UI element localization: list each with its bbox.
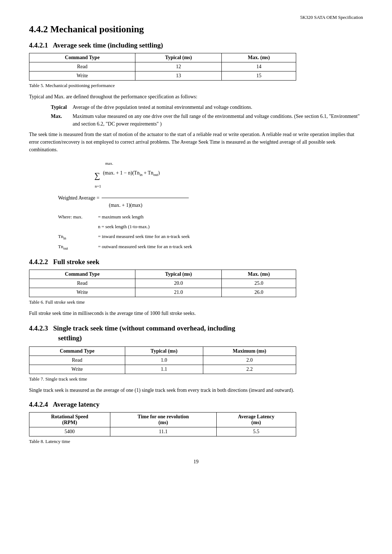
table5-caption: Table 5. Mechanical positioning performa… — [29, 83, 363, 89]
cell-write-max: 26.0 — [222, 288, 296, 297]
where-tnout-desc: = outward measured seek time for an n-tr… — [98, 242, 363, 251]
subsection-4422-title: 4.4.2.2 Full stroke seek — [29, 258, 363, 266]
col-header-typical-ms: Typical (ms) — [135, 53, 222, 62]
subsection-4423-label-cont: settling) — [58, 334, 82, 342]
weighted-avg-label: Weighted Average = — [58, 195, 99, 201]
cell-rpm: 5400 — [29, 427, 110, 436]
col-header-max: Max. (ms) — [222, 270, 296, 279]
table-avg-seek: Command Type Typical (ms) Max. (ms) Read… — [29, 53, 296, 81]
where-tnout-row: Tnout = outward measured seek time for a… — [58, 242, 363, 252]
subsection-4421-label: Average seek time (including settling) — [53, 41, 163, 49]
def-max-row: Max. Maximum value measured on any one d… — [51, 112, 363, 128]
def-max-desc: Maximum value measured on any one drive … — [73, 112, 363, 128]
page-header: 5K320 SATA OEM Specification — [29, 15, 363, 20]
table-full-stroke: Command Type Typical (ms) Max. (ms) Read… — [29, 270, 296, 297]
sigma-lower-limit: n=1 — [95, 183, 101, 190]
table-row: Write 1.1 2.2 — [29, 365, 296, 374]
def-typical-term: Typical — [51, 103, 73, 111]
where-max-row: Where: max. = maximum seek length — [58, 213, 363, 222]
table-row: Read 1.0 2.0 — [29, 356, 296, 365]
cell-read-max: 14 — [222, 62, 296, 71]
where-n-eq — [87, 222, 98, 231]
cell-write-typical: 1.1 — [125, 365, 203, 374]
cell-write-max: 2.2 — [203, 365, 296, 374]
col-header-max-ms: Max. (ms) — [222, 53, 296, 62]
formula-expression: (max. + 1 − n)(Tnin + Tnout) — [103, 168, 160, 178]
subsection-4424-label: Average latency — [53, 401, 99, 408]
cell-read: Read — [29, 356, 125, 365]
where-block: Where: max. = maximum seek length n = se… — [58, 213, 363, 252]
formula-denominator: (max. + 1)(max) — [109, 202, 142, 208]
where-max-desc: = maximum seek length — [98, 213, 363, 221]
cell-avg-latency: 5.5 — [216, 427, 296, 436]
cell-read-typical: 20.0 — [135, 279, 222, 288]
col-header-typ: Typical (ms) — [135, 270, 222, 279]
def-max-term: Max. — [51, 112, 73, 120]
cell-read: Read — [29, 62, 135, 71]
where-n-row: n = seek length (1-to-max.) — [58, 222, 363, 231]
subsection-4423-title: 4.4.2.3 Single track seek time (without … — [29, 324, 363, 343]
full-stroke-note: Full stroke seek time in milliseconds is… — [29, 309, 363, 317]
col-header-maximum: Maximum (ms) — [203, 347, 296, 356]
col-header-avg-latency: Average Latency(ms) — [216, 413, 296, 427]
formula-block: max. ∑ n=1 (max. + 1 − n)(Tnin + Tnout) — [94, 159, 363, 190]
def-typical-desc: Average of the drive population tested a… — [73, 103, 363, 111]
cell-revolution: 11.1 — [110, 427, 216, 436]
table8-caption: Table 8. Latency time — [29, 439, 363, 444]
typical-max-intro: Typical and Max. are defined throughout … — [29, 93, 363, 100]
where-n-desc: n = seek length (1-to-max.) — [98, 222, 363, 231]
where-tnout-eq — [87, 242, 98, 251]
col-header-command-type: Command Type — [29, 53, 135, 62]
sigma-symbol: ∑ — [94, 168, 100, 183]
header-text: 5K320 SATA OEM Specification — [300, 15, 363, 20]
seek-time-para: The seek time is measured from the start… — [29, 131, 363, 153]
subsection-4423-number: 4.4.2.3 — [29, 324, 48, 332]
subsection-4423-header: 4.4.2.3 Single track seek time (without … — [29, 324, 363, 343]
def-typical-row: Typical Average of the drive population … — [51, 103, 363, 111]
single-track-note: Single track seek is measured as the ave… — [29, 386, 363, 394]
where-tnin-eq — [87, 232, 98, 241]
cell-read: Read — [29, 279, 135, 288]
cell-write: Write — [29, 71, 135, 81]
page-number: 19 — [29, 459, 363, 465]
where-tnin-term: Tnin — [58, 232, 87, 242]
cell-read-max: 2.0 — [203, 356, 296, 365]
subsection-4422-label: Full stroke seek — [53, 258, 99, 266]
col-header-cmd: Command Type — [29, 270, 135, 279]
section-title: 4.4.2 Mechanical positioning — [29, 24, 363, 35]
subsection-4424-number: 4.4.2.4 — [29, 401, 48, 408]
table-avg-latency: Rotational Speed(RPM) Time for one revol… — [29, 412, 296, 436]
cell-write-max: 15 — [222, 71, 296, 81]
formula-denominator-line: (max. + 1)(max) — [109, 202, 363, 208]
table-row: Read 12 14 — [29, 62, 296, 71]
definitions-block: Typical Average of the drive population … — [51, 103, 363, 128]
table-row: Write 13 15 — [29, 71, 296, 81]
subsection-4421-number: 4.4.2.1 — [29, 41, 48, 49]
cell-write-typical: 13 — [135, 71, 222, 81]
where-tnin-row: Tnin = inward measured seek time for an … — [58, 232, 363, 242]
where-tnout-term: Tnout — [58, 242, 87, 252]
sigma-upper-limit: max. — [105, 161, 113, 165]
table6-caption: Table 6. Full stroke seek time — [29, 299, 363, 305]
table-single-track: Command Type Typical (ms) Maximum (ms) R… — [29, 346, 296, 374]
table-row: Write 21.0 26.0 — [29, 288, 296, 297]
cell-read-typical: 12 — [135, 62, 222, 71]
cell-read-max: 25.0 — [222, 279, 296, 288]
col-header-revolution: Time for one revolution(ms) — [110, 413, 216, 427]
weighted-avg-line: Weighted Average = — [58, 195, 363, 201]
cell-write: Write — [29, 365, 125, 374]
subsection-4422-number: 4.4.2.2 — [29, 258, 48, 266]
col-header-rpm: Rotational Speed(RPM) — [29, 413, 110, 427]
where-max-eq — [87, 213, 98, 222]
cell-read-typical: 1.0 — [125, 356, 203, 365]
subsection-4421-title: 4.4.2.1 Average seek time (including set… — [29, 41, 363, 49]
table7-caption: Table 7. Single track seek time — [29, 376, 363, 382]
subsection-4424-title: 4.4.2.4 Average latency — [29, 401, 363, 409]
fraction-line — [102, 198, 189, 198]
where-tnin-desc: = inward measured seek time for an n-tra… — [98, 232, 363, 241]
where-n-term — [58, 222, 87, 231]
where-max-term: Where: max. — [58, 213, 87, 221]
col-header-typ: Typical (ms) — [125, 347, 203, 356]
subsection-4423-label: Single track seek time (without command … — [53, 324, 235, 332]
table-row: Read 20.0 25.0 — [29, 279, 296, 288]
